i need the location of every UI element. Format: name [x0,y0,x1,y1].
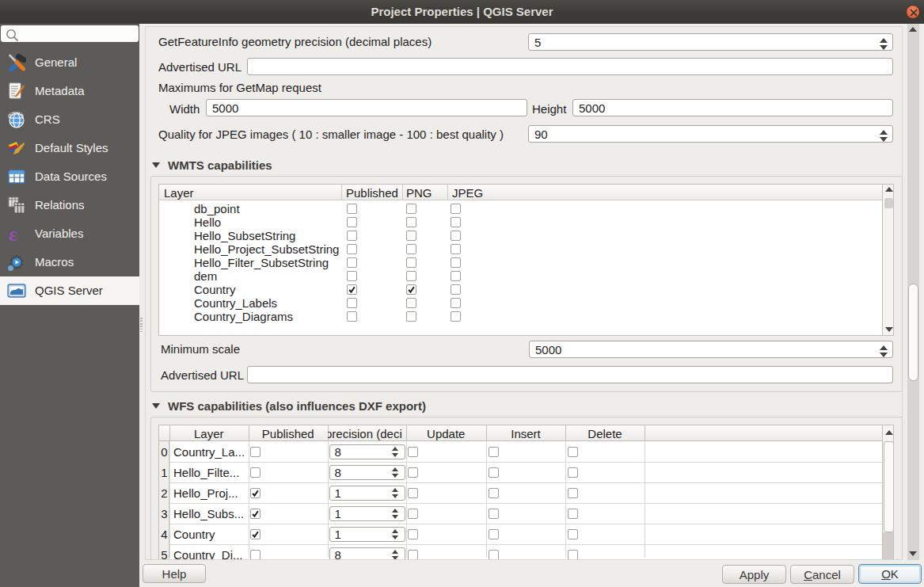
svg-text:ε: ε [9,224,17,243]
